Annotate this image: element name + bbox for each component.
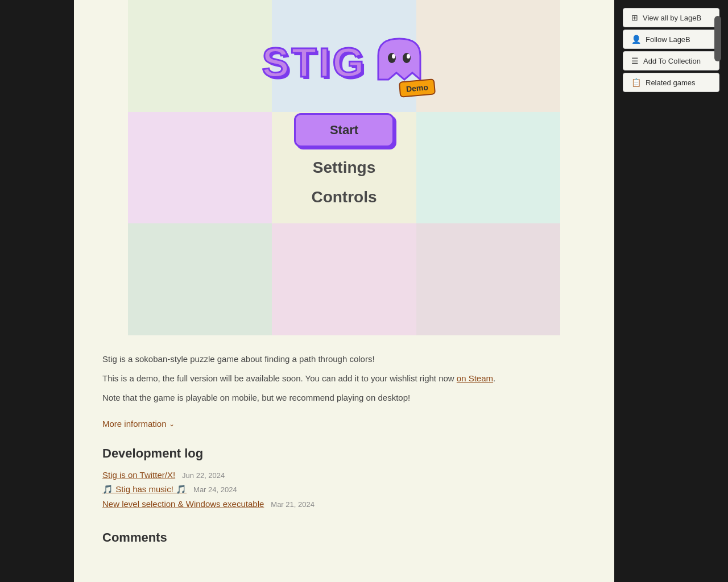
dev-log-date-2: Mar 24, 2024 [193,485,237,494]
add-collection-label: Add To Collection [643,57,701,65]
follow-label: Follow LageB [646,35,690,44]
description-line2-prefix: This is a demo, the full version will be… [102,373,457,383]
game-canvas: STIG [128,0,560,335]
game-overlay: STIG [128,0,560,335]
stig-logo: STIG [262,34,426,90]
view-all-icon: ⊞ [631,13,638,22]
view-all-label: View all by LageB [643,14,701,22]
svg-point-3 [407,54,410,59]
game-area: STIG [128,0,560,335]
related-games-label: Related games [646,78,695,87]
scroll-thumb[interactable] [714,16,721,61]
settings-button[interactable]: Settings [313,159,375,177]
comments-section: Comments [74,530,614,545]
related-games-icon: 📋 [631,78,641,87]
dev-log-item-2: 🎵 Stig has music! 🎵 Mar 24, 2024 [102,484,569,494]
comments-title: Comments [102,530,586,545]
steam-link[interactable]: on Steam [457,373,493,383]
controls-button[interactable]: Controls [311,188,377,206]
description-line2: This is a demo, the full version will be… [102,372,569,385]
add-collection-button[interactable]: ☰ Add To Collection [623,51,719,70]
dev-log-date-1: Jun 22, 2024 [182,471,225,480]
dev-log-link-2[interactable]: 🎵 Stig has music! 🎵 [102,484,187,494]
description-line1: Stig is a sokoban-style puzzle game abou… [102,352,569,366]
main-content: STIG [74,0,614,582]
chevron-down-icon: ⌄ [169,420,175,428]
dev-log-item-1: Stig is on Twitter/X! Jun 22, 2024 [102,470,569,480]
follow-button[interactable]: 👤 Follow LageB [623,30,719,49]
description-line2-suffix: . [493,373,495,383]
dev-log-section: Development log Stig is on Twitter/X! Ju… [74,446,597,530]
more-info-link[interactable]: More information ⌄ [102,419,175,429]
description-line3: Note that the game is playable on mobile… [102,391,569,405]
demo-badge: Demo [398,78,435,97]
add-collection-icon: ☰ [631,56,639,65]
svg-point-2 [392,54,395,59]
dev-log-date-3: Mar 21, 2024 [271,500,315,509]
right-sidebar: ⊞ View all by LageB 👤 Follow LageB ☰ Add… [614,0,728,582]
follow-icon: 👤 [631,35,641,44]
stig-title-text: STIG [262,39,366,86]
game-menu: Start Settings Controls [294,113,394,206]
description-area: Stig is a sokoban-style puzzle game abou… [74,335,597,446]
left-sidebar [0,0,74,582]
view-all-button[interactable]: ⊞ View all by LageB [623,8,719,27]
start-button[interactable]: Start [294,113,394,147]
ghost-container: Demo [373,34,427,90]
dev-log-link-1[interactable]: Stig is on Twitter/X! [102,470,175,480]
dev-log-item-3: New level selection & Windows executable… [102,499,569,509]
dev-log-link-3[interactable]: New level selection & Windows executable [102,499,264,509]
related-games-button[interactable]: 📋 Related games [623,73,719,92]
more-info-label: More information [102,419,167,429]
dev-log-title: Development log [102,446,569,461]
